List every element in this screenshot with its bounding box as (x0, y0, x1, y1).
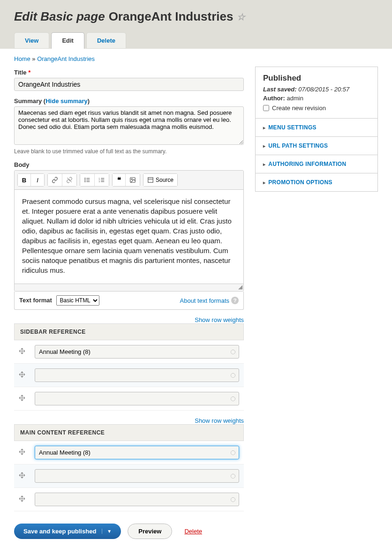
main-ref-input-0[interactable] (35, 446, 239, 459)
drag-handle-icon[interactable] (14, 441, 30, 464)
help-icon: ? (231, 297, 239, 304)
italic-button[interactable]: I (31, 174, 44, 186)
breadcrumb-current[interactable]: OrangeAnt Industries (37, 55, 95, 62)
title-label: Title * (14, 69, 244, 76)
title-input[interactable] (14, 78, 244, 91)
breadcrumb-sep: » (32, 55, 35, 62)
table-row (14, 387, 244, 411)
chevron-down-icon[interactable]: ▼ (102, 529, 112, 534)
main-content-reference-header: MAIN CONTENT REFERENCE (14, 424, 244, 441)
hide-summary-link[interactable]: Hide summary (45, 97, 88, 105)
show-row-weights-link-1[interactable]: Show row weights (195, 316, 244, 323)
svg-rect-6 (86, 181, 90, 182)
drag-handle-icon[interactable] (14, 387, 30, 411)
bullet-list-button[interactable] (80, 174, 95, 186)
actions-row: Save and keep published ▼ Preview Delete (14, 524, 244, 539)
star-icon[interactable]: ☆ (237, 11, 245, 22)
breadcrumb-home[interactable]: Home (14, 55, 30, 62)
author-row: Author: admin (263, 95, 370, 102)
tab-delete[interactable]: Delete (86, 32, 126, 49)
body-editor: B I 123 ❝ Source (14, 170, 244, 292)
number-list-button[interactable]: 123 (95, 174, 109, 186)
image-button[interactable] (126, 174, 140, 186)
preview-button[interactable]: Preview (128, 524, 172, 539)
table-row (14, 364, 244, 387)
breadcrumb: Home » OrangeAnt Industries (14, 55, 244, 62)
caret-right-icon: ▸ (263, 180, 265, 185)
tab-edit[interactable]: Edit (51, 32, 84, 49)
throbber-icon (231, 350, 235, 354)
revision-label: Create new revision (272, 105, 326, 112)
page-title-prefix: Edit Basic page (14, 9, 105, 24)
main-column: Home » OrangeAnt Industries Title * Summ… (14, 55, 244, 539)
body-content[interactable]: Praesent commodo cursus magna, vel scele… (15, 190, 243, 284)
accordion-authoring-info[interactable]: ▸ AUTHORING INFORMATION (256, 155, 377, 173)
tabs: View Edit Delete (14, 32, 378, 49)
svg-point-14 (131, 179, 132, 180)
show-row-weights-link-2[interactable]: Show row weights (195, 417, 244, 424)
revision-checkbox[interactable] (263, 105, 269, 111)
caret-right-icon: ▸ (263, 162, 265, 167)
drag-handle-icon[interactable] (14, 340, 30, 364)
table-row (14, 464, 244, 488)
sidebar-ref-input-0[interactable] (35, 345, 239, 359)
svg-point-1 (84, 178, 85, 179)
accordion-url-path[interactable]: ▸ URL PATH SETTINGS (256, 137, 377, 155)
sidebar-reference-header: SIDEBAR REFERENCE (14, 323, 244, 340)
accordion-menu-settings[interactable]: ▸ MENU SETTINGS (256, 119, 377, 137)
main-ref-input-2[interactable] (35, 493, 239, 506)
svg-rect-12 (101, 181, 104, 182)
summary-label: Summary (Hide summary) (14, 97, 244, 105)
unlink-button[interactable] (62, 174, 76, 186)
sidebar-ref-input-2[interactable] (35, 392, 239, 405)
drag-handle-icon[interactable] (14, 488, 30, 511)
svg-point-5 (84, 181, 85, 182)
editor-toolbar: B I 123 ❝ Source (15, 171, 243, 190)
drag-handle-icon[interactable] (14, 364, 30, 387)
link-button[interactable] (48, 174, 62, 186)
table-row (14, 441, 244, 464)
svg-point-3 (84, 180, 85, 180)
accordion-promotion-options[interactable]: ▸ PROMOTION OPTIONS (256, 173, 377, 191)
svg-text:3: 3 (99, 180, 100, 183)
caret-right-icon: ▸ (263, 125, 265, 130)
svg-rect-8 (101, 178, 104, 179)
bold-button[interactable]: B (18, 174, 31, 186)
svg-rect-2 (86, 178, 90, 179)
drag-handle-icon[interactable] (14, 464, 30, 488)
publish-section: Published Last saved: 07/08/2015 - 20:57… (256, 67, 377, 119)
throbber-icon (231, 497, 235, 502)
last-saved-row: Last saved: 07/08/2015 - 20:57 (263, 86, 370, 93)
resize-grip-icon[interactable]: ◢ (238, 284, 242, 290)
side-column: Published Last saved: 07/08/2015 - 20:57… (255, 67, 378, 539)
tab-view[interactable]: View (14, 32, 49, 49)
throbber-icon (231, 397, 235, 401)
throbber-icon (231, 373, 235, 378)
row-weights-toggle-1: Show row weights (14, 316, 244, 323)
summary-textarea[interactable]: Maecenas sed diam eget risus varius blan… (14, 106, 244, 145)
about-text-formats-link[interactable]: About text formats ? (180, 297, 239, 304)
table-row (14, 340, 244, 364)
summary-description: Leave blank to use trimmed value of full… (14, 148, 244, 155)
svg-rect-10 (101, 180, 104, 180)
svg-rect-15 (148, 178, 153, 183)
sidebar-ref-input-1[interactable] (35, 368, 239, 382)
body-label: Body (14, 161, 244, 168)
header-region: Edit Basic page OrangeAnt Industries ☆ V… (0, 0, 392, 49)
blockquote-button[interactable]: ❝ (113, 174, 126, 186)
save-button[interactable]: Save and keep published ▼ (14, 524, 121, 539)
main-ref-input-1[interactable] (35, 469, 239, 483)
throbber-icon (231, 450, 235, 455)
text-format-select[interactable]: Basic HTML (56, 295, 99, 306)
caret-right-icon: ▸ (263, 143, 265, 149)
page-title-entity: OrangeAnt Industries (109, 9, 234, 24)
published-label: Published (263, 74, 370, 83)
revision-row: Create new revision (263, 105, 370, 112)
svg-rect-4 (86, 180, 90, 180)
text-format-row: Text format Basic HTML About text format… (14, 292, 244, 310)
table-row (14, 488, 244, 511)
source-button[interactable]: Source (143, 174, 177, 186)
delete-link[interactable]: Delete (184, 528, 202, 535)
throbber-icon (231, 474, 235, 479)
row-weights-toggle-2: Show row weights (14, 417, 244, 424)
